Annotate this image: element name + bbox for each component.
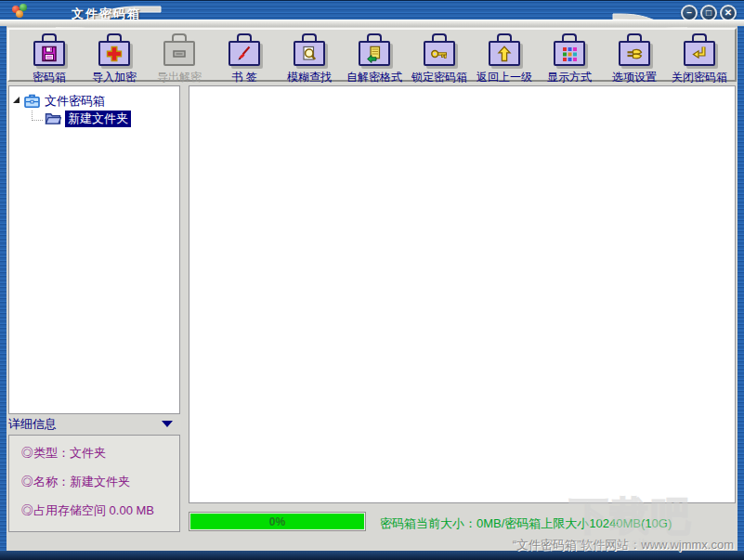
detail-row-space: ◎占用存储空间 0.00 MB (21, 502, 179, 519)
titlebar-bottom-strip (0, 20, 744, 27)
capacity-progress-bar: 0% (189, 512, 366, 531)
details-header-label: 详细信息 (8, 416, 57, 433)
toolbar-button-view-mode[interactable]: 显示方式 (537, 33, 602, 85)
briefcase-floppy-icon (31, 33, 68, 68)
toolbar-button-label: 选项设置 (612, 70, 657, 85)
detail-row-type: ◎类型：文件夹 (21, 445, 179, 462)
briefcase-key-icon (421, 33, 458, 68)
toolbar-button-label: 导入加密 (92, 70, 137, 85)
briefcase-doc-arrow-icon (356, 33, 393, 68)
window-border-right (737, 26, 744, 552)
software-website-text: “文件密码箱”软件网站：www.wjmmx.com (513, 537, 734, 553)
toolbar-button-options[interactable]: 选项设置 (602, 33, 667, 85)
toolbar-button-bookmark[interactable]: 书 签 (212, 33, 277, 85)
file-list-area[interactable] (189, 85, 736, 503)
tree-connector-line (32, 111, 43, 121)
toolbar-button-password-box[interactable]: 密码箱 (17, 33, 82, 85)
toolbar-button-close-box[interactable]: 关闭密码箱 (667, 33, 732, 85)
briefcase-magnifier-icon (291, 33, 328, 68)
tree-item-root[interactable]: 文件密码箱 (11, 92, 177, 110)
close-icon: ✕ (724, 8, 732, 18)
toolbar-button-label: 显示方式 (547, 70, 592, 85)
toolbar-button-label: 自解密格式 (346, 70, 402, 85)
toolbar-button-label: 关闭密码箱 (672, 70, 727, 85)
folder-open-icon (45, 111, 61, 125)
tree-item-label-selected[interactable]: 新建文件夹 (65, 111, 131, 127)
toolbar-button-go-up[interactable]: 返回上一级 (472, 33, 537, 85)
briefcase-red-cross-icon (96, 33, 133, 68)
toolbar-button-label: 锁定密码箱 (411, 70, 467, 85)
toolbar-button-label: 模糊查找 (287, 70, 332, 85)
capacity-progress-fill: 0% (190, 514, 364, 529)
maximize-icon: □ (706, 8, 711, 18)
toolbar-button-export-decrypt[interactable]: 导出解密 (147, 33, 212, 85)
tree-item-label[interactable]: 文件密码箱 (45, 93, 105, 110)
details-header: 详细信息 (8, 415, 180, 433)
minimize-icon: – (686, 8, 692, 18)
app-logo-icon (11, 4, 30, 19)
toolbar: 密码箱 导入加密 导出解密 (7, 28, 737, 82)
briefcase-pliers-icon (616, 33, 653, 68)
toolbar-button-self-decrypt-format[interactable]: 自解密格式 (342, 33, 407, 85)
tree-expander-icon[interactable] (13, 97, 20, 103)
app-window: { "window": { "title": "文件密码箱", "control… (0, 0, 744, 560)
toolbar-button-label: 书 签 (231, 70, 256, 85)
toolbar-button-import-encrypt[interactable]: 导入加密 (82, 33, 147, 85)
briefcase-blue-icon (23, 93, 41, 109)
toolbar-button-label: 返回上一级 (476, 70, 532, 85)
window-border-left (0, 26, 7, 552)
briefcase-up-arrow-icon (486, 33, 523, 68)
briefcase-color-grid-icon (551, 33, 588, 68)
details-panel: ◎类型：文件夹 ◎名称：新建文件夹 ◎占用存储空间 0.00 MB (8, 435, 180, 532)
briefcase-return-arrow-icon (681, 33, 718, 68)
briefcase-gray-disabled-icon (161, 33, 198, 68)
tree-item-new-folder[interactable]: 新建文件夹 (11, 110, 177, 127)
toolbar-button-fuzzy-search[interactable]: 模糊查找 (277, 33, 342, 85)
toolbar-button-label: 密码箱 (33, 70, 66, 85)
capacity-status-text: 密码箱当前大小：0MB/密码箱上限大小10240MB(10G) (380, 515, 672, 532)
briefcase-brush-icon (226, 33, 263, 68)
toolbar-button-lock-box[interactable]: 锁定密码箱 (407, 33, 472, 85)
toolbar-button-label: 导出解密 (157, 70, 202, 85)
collapse-triangle-icon[interactable] (162, 421, 173, 427)
capacity-progress-label: 0% (269, 515, 285, 528)
detail-row-name: ◎名称：新建文件夹 (21, 474, 179, 490)
folder-tree-panel: 文件密码箱 新建文件夹 (8, 85, 180, 414)
